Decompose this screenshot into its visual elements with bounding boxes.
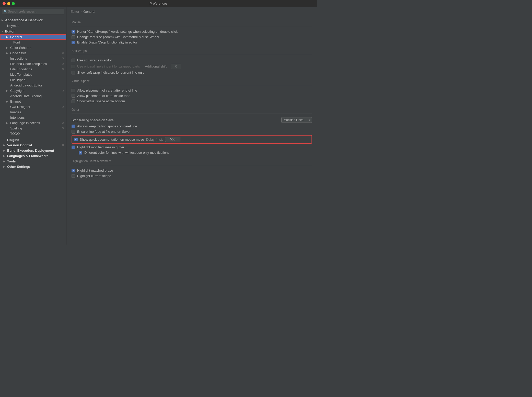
sidebar-item-label: Tools (7, 159, 16, 163)
label-drag-drop[interactable]: Enable Drag'n'Drop functionality in edit… (77, 40, 137, 44)
sidebar-item-other-settings[interactable]: ▶ Other Settings (0, 164, 66, 169)
checkbox-original-indent[interactable] (72, 65, 75, 68)
option-camel-humps: Honor "CamelHumps" words settings when s… (72, 29, 312, 34)
close-button[interactable] (3, 2, 6, 5)
label-font-zoom[interactable]: Change font size (Zoom) with Command+Mou… (77, 35, 159, 39)
label-highlight-scope[interactable]: Highlight current scope (77, 174, 111, 178)
sidebar-item-intentions[interactable]: Intentions (0, 115, 66, 120)
checkbox-caret-end[interactable] (72, 89, 75, 92)
checkbox-highlight-scope[interactable] (72, 174, 75, 178)
label-text: Show virtual space at file bottom (77, 99, 125, 103)
option-line-feed: Ensure line feed at file end on Save (72, 129, 312, 134)
checkbox-different-color[interactable] (79, 151, 82, 155)
sidebar-item-general[interactable]: ▶ General (0, 34, 66, 40)
sidebar-item-editor[interactable]: ▼ Editor (0, 28, 66, 34)
sidebar-item-appearance[interactable]: ▶ Appearance & Behavior (0, 17, 66, 23)
sidebar-item-font[interactable]: Font (0, 40, 66, 45)
label-camel-humps[interactable]: Honor "CamelHumps" words settings when s… (77, 30, 178, 34)
arrow-icon: ▶ (6, 100, 10, 103)
label-quick-doc[interactable]: Show quick documentation on mouse move (80, 138, 144, 141)
label-use-soft-wraps[interactable]: Use soft wraps in editor (77, 58, 112, 62)
sidebar-item-label: Android Layout Editor (10, 83, 42, 87)
content-area: Editor › General Mouse Honor "CamelHumps… (66, 7, 317, 245)
sidebar-item-gui-designer[interactable]: GUI Designer ⚙ (0, 104, 66, 109)
option-caret-end: Allow placement of caret after end of li… (72, 88, 312, 93)
option-font-zoom: Change font size (Zoom) with Command+Mou… (72, 34, 312, 40)
soft-wraps-title: Soft Wraps (72, 49, 312, 53)
delay-input[interactable] (165, 137, 180, 142)
label-text: Ensure line feed at file end on Save (77, 130, 130, 134)
checkbox-drag-drop[interactable] (72, 41, 75, 44)
sidebar-item-live-templates[interactable]: Live Templates (0, 72, 66, 77)
label-text: Use original line's indent for wrapped p… (77, 64, 140, 68)
sidebar-item-emmet[interactable]: ▶ Emmet (0, 99, 66, 104)
sidebar-item-spelling[interactable]: Spelling ⚙ (0, 126, 66, 131)
checkbox-highlight-brace[interactable] (72, 169, 75, 172)
sidebar-item-label: General (10, 35, 22, 39)
sidebar-item-file-code-templates[interactable]: File and Code Templates ⚙ (0, 61, 66, 67)
label-text: Allow placement of caret after end of li… (77, 89, 137, 92)
checkbox-use-soft-wraps[interactable] (72, 59, 75, 62)
sidebar-item-file-encodings[interactable]: File Encodings ⚙ (0, 67, 66, 72)
sidebar-item-build-execution-deployment[interactable]: ▶ Build, Execution, Deployment (0, 148, 66, 153)
sidebar-item-version-control[interactable]: ▶ Version Control ⚙ (0, 142, 66, 148)
label-original-indent: Use original line's indent for wrapped p… (77, 64, 140, 68)
window-controls[interactable] (3, 2, 15, 5)
sidebar-item-inspections[interactable]: Inspections ⚙ (0, 56, 66, 61)
sidebar-item-plugins[interactable]: Plugins (0, 136, 66, 142)
strip-spaces-dropdown-wrapper[interactable]: None All Modified Lines (281, 117, 312, 123)
checkbox-line-feed[interactable] (72, 130, 75, 134)
label-line-feed[interactable]: Ensure line feed at file end on Save (77, 130, 130, 134)
section-divider (72, 114, 312, 114)
sidebar-item-android-layout-editor[interactable]: Android Layout Editor (0, 83, 66, 88)
mouse-section-title: Mouse (72, 20, 312, 24)
search-input[interactable] (2, 9, 64, 14)
arrow-icon: ▶ (3, 160, 7, 163)
sidebar-item-images[interactable]: Images (0, 109, 66, 115)
sidebar-item-code-style[interactable]: ▶ Code Style ⚙ (0, 50, 66, 56)
sidebar-item-label: File Types (10, 78, 25, 82)
sidebar-item-color-scheme[interactable]: ▶ Color Scheme (0, 45, 66, 50)
label-caret-tabs[interactable]: Allow placement of caret inside tabs (77, 94, 130, 98)
sidebar-item-language-injections[interactable]: ▶ Language Injections ⚙ (0, 120, 66, 126)
label-wrap-indicators[interactable]: Show soft wrap indicators for current li… (77, 71, 144, 74)
mouse-section: Mouse Honor "CamelHumps" words settings … (72, 20, 312, 45)
search-bar[interactable]: 🔍 (0, 7, 66, 16)
maximize-button[interactable] (12, 2, 15, 5)
sidebar-item-android-data-binding[interactable]: Android Data Binding (0, 93, 66, 99)
label-caret-end[interactable]: Allow placement of caret after end of li… (77, 89, 137, 92)
badge-icon: ⚙ (62, 68, 64, 71)
checkbox-virtual-bottom[interactable] (72, 100, 75, 103)
label-text: Highlight current scope (77, 174, 111, 178)
option-highlight-modified: Highlight modified lines in gutter (72, 145, 312, 150)
checkbox-highlight-modified[interactable] (72, 146, 75, 149)
soft-wraps-section: Soft Wraps Use soft wraps in editor Use … (72, 49, 312, 75)
minimize-button[interactable] (7, 2, 10, 5)
label-virtual-bottom[interactable]: Show virtual space at file bottom (77, 99, 125, 103)
sidebar-item-todo[interactable]: TODO (0, 131, 66, 136)
sidebar-item-copyright[interactable]: ▶ Copyright ⚙ (0, 88, 66, 93)
checkbox-caret-tabs[interactable] (72, 94, 75, 98)
additional-shift-input[interactable] (171, 64, 181, 69)
section-divider (72, 26, 312, 26)
checkbox-camel-humps[interactable] (72, 30, 75, 34)
checkbox-quick-doc[interactable] (74, 138, 78, 141)
sidebar-item-languages-frameworks[interactable]: ▶ Languages & Frameworks (0, 153, 66, 159)
strip-spaces-row: Strip trailing spaces on Save: None All … (72, 116, 312, 124)
badge-icon: ⚙ (62, 89, 64, 92)
checkbox-font-zoom[interactable] (72, 35, 75, 39)
strip-spaces-dropdown[interactable]: None All Modified Lines (281, 117, 312, 123)
label-highlight-modified[interactable]: Highlight modified lines in gutter (77, 145, 124, 149)
label-keep-trailing[interactable]: Always keep trailing spaces on caret lin… (77, 124, 137, 128)
sidebar-item-tools[interactable]: ▶ Tools (0, 159, 66, 164)
label-different-color[interactable]: Different color for lines with whitespac… (84, 151, 169, 155)
arrow-icon: ▶ (6, 36, 10, 38)
sidebar-item-label: Spelling (10, 126, 22, 130)
sidebar-item-file-types[interactable]: File Types (0, 77, 66, 83)
sidebar-item-keymap[interactable]: Keymap (0, 23, 66, 28)
label-highlight-brace[interactable]: Highlight matched brace (77, 169, 113, 172)
checkbox-wrap-indicators[interactable] (72, 71, 75, 74)
sidebar-item-label: Android Data Binding (10, 94, 42, 98)
option-keep-trailing: Always keep trailing spaces on caret lin… (72, 124, 312, 129)
checkbox-keep-trailing[interactable] (72, 125, 75, 128)
